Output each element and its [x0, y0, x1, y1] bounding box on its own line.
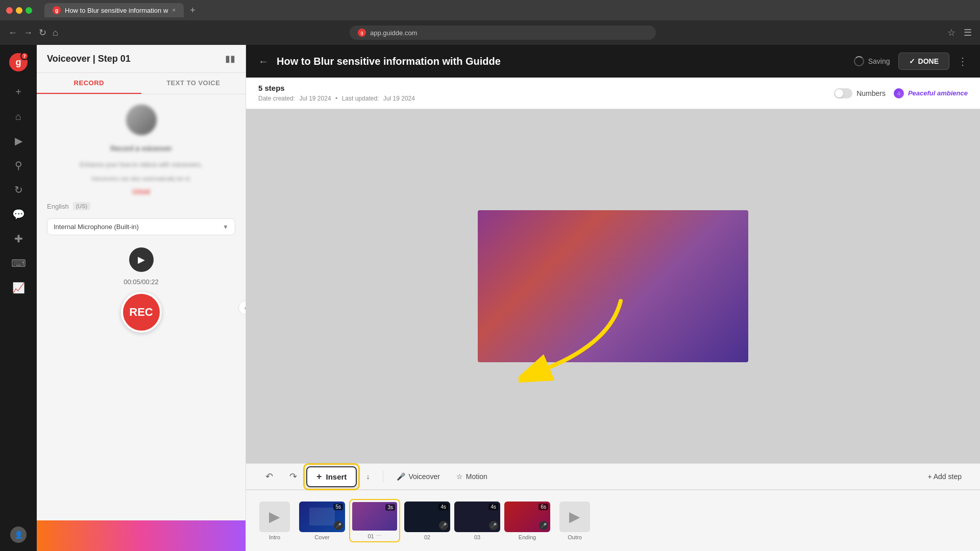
record-area: ▶ 00:05/00:22 REC — [47, 243, 235, 333]
reload-btn[interactable]: ↻ — [39, 27, 46, 38]
home-btn[interactable]: ⌂ — [53, 28, 58, 38]
sidebar-refresh-icon[interactable]: ↻ — [8, 180, 29, 200]
timeline-item-intro[interactable]: ▶ Intro — [254, 502, 295, 540]
language-label: English — [47, 203, 69, 210]
extensions-icon[interactable]: ☰ — [964, 27, 972, 38]
tab-close-btn[interactable]: × — [172, 7, 176, 14]
motion-button[interactable]: ☆ Motion — [449, 469, 495, 484]
tab-text-to-voice[interactable]: TEXT TO VOICE — [141, 73, 246, 94]
voiceover-main-text: Record a voiceover — [110, 143, 172, 154]
language-badge: (US) — [73, 202, 91, 210]
ambience-button[interactable]: ♫ Peaceful ambience — [894, 88, 968, 98]
sidebar-tools-icon[interactable]: ✚ — [8, 229, 29, 249]
done-button[interactable]: ✓ DONE — [898, 53, 949, 70]
notification-badge: 7 — [20, 52, 29, 60]
sidebar-chat-icon[interactable]: ⚲ — [8, 155, 29, 176]
play-button[interactable]: ▶ — [129, 247, 154, 272]
tab-title: How to Blur sensitive information w — [65, 7, 168, 14]
voiceover-link[interactable]: Upload — [132, 188, 150, 194]
panel-tabs: RECORD TEXT TO VOICE — [37, 73, 246, 94]
active-tab[interactable]: g How to Blur sensitive information w × — [44, 3, 184, 17]
maximize-traffic-light[interactable] — [26, 7, 32, 14]
download-button[interactable]: ↓ — [359, 469, 377, 484]
cover-mic-icon: 🎤 — [334, 521, 343, 530]
panel-content: ‹ Record a voiceover Enhance your how-to… — [37, 94, 246, 520]
mic-select-dropdown[interactable]: Internal Microphone (Built-in) ▼ — [47, 218, 235, 235]
address-bar[interactable]: g app.guidde.com — [350, 26, 656, 40]
voiceover-button[interactable]: 🎤 Voiceover — [389, 469, 447, 484]
user-avatar[interactable]: 👤 — [10, 527, 27, 543]
tab-record[interactable]: RECORD — [37, 73, 141, 94]
done-label: DONE — [918, 57, 939, 65]
panel-collapse-btn[interactable]: ‹ — [238, 300, 246, 315]
address-url: app.guidde.com — [370, 29, 418, 37]
timeline-item-step02[interactable]: 4s 🎤 02 — [404, 502, 450, 540]
tab-favicon: g — [53, 6, 61, 14]
ambience-label: Peaceful ambience — [908, 89, 968, 97]
sidebar-analytics-icon[interactable]: 📈 — [8, 278, 29, 298]
traffic-lights — [6, 7, 32, 14]
new-tab-btn[interactable]: + — [190, 5, 195, 16]
step02-duration: 4s — [438, 504, 448, 510]
ending-mic-icon: 🎤 — [539, 521, 548, 530]
tab-bar: g How to Blur sensitive information w × … — [44, 3, 974, 17]
add-step-button[interactable]: + Add step — [921, 469, 968, 484]
bookmark-icon[interactable]: ☆ — [947, 27, 955, 38]
sidebar-add-icon[interactable]: + — [8, 82, 29, 102]
redo-button[interactable]: ↷ — [282, 468, 304, 485]
voiceover-avatar — [126, 105, 157, 135]
caption-icon[interactable]: ▮▮ — [225, 53, 235, 64]
step02-num: 02 — [424, 534, 430, 540]
sidebar-puzzle-icon[interactable]: ⌨ — [8, 253, 29, 273]
browser-titlebar: g How to Blur sensitive information w × … — [0, 0, 980, 20]
content-area: 5 steps Date created: Jul 19 2024 • Last… — [246, 78, 980, 551]
app-logo[interactable]: g 7 — [9, 53, 28, 71]
star-icon: ☆ — [456, 472, 463, 481]
timeline: ▶ Intro 5s 🎤 Cover — [246, 490, 980, 551]
timeline-item-cover[interactable]: 5s 🎤 Cover — [299, 502, 345, 540]
close-traffic-light[interactable] — [6, 7, 13, 14]
main-content: ← How to Blur sensitive information with… — [246, 45, 980, 551]
ambience-icon: ♫ — [894, 88, 904, 98]
undo-button[interactable]: ↶ — [258, 468, 280, 485]
voiceover-sub-text: Enhance your how-to videos with voiceove… — [80, 160, 202, 169]
more-options-btn[interactable]: ⋮ — [958, 55, 968, 67]
step01-menu-icon[interactable]: ⋯ — [376, 533, 382, 539]
toolbar: ↶ ↷ + Insert ↓ 🎤 Voiceover ☆ — [246, 463, 980, 490]
forward-nav-btn[interactable]: → — [23, 28, 33, 38]
insert-button[interactable]: + Insert — [306, 466, 357, 487]
project-title: How to Blur sensitive information with G… — [277, 56, 846, 67]
rec-button[interactable]: REC — [121, 292, 162, 333]
voiceover-blurred-section: Record a voiceover Enhance your how-to v… — [47, 105, 235, 194]
mic-select-arrow-icon: ▼ — [223, 223, 229, 231]
step03-thumb: 4s 🎤 — [454, 502, 500, 532]
language-row: English (US) — [47, 202, 235, 210]
timeline-item-step01[interactable]: 3s 01 ⋯ — [349, 499, 400, 542]
sidebar-video-icon[interactable]: ▶ — [8, 131, 29, 151]
steps-info: 5 steps Date created: Jul 19 2024 • Last… — [258, 84, 415, 103]
timeline-item-step03[interactable]: 4s 🎤 03 — [454, 502, 500, 540]
sidebar-home-icon[interactable]: ⌂ — [8, 106, 29, 127]
numbers-toggle-switch[interactable] — [834, 88, 852, 98]
step03-num: 03 — [474, 534, 480, 540]
steps-dates: Date created: Jul 19 2024 • Last updated… — [258, 93, 415, 103]
intro-add-icon: ▶ — [269, 508, 280, 525]
step02-mic-icon: 🎤 — [439, 521, 448, 530]
toolbar-separator — [383, 470, 383, 483]
minimize-traffic-light[interactable] — [16, 7, 22, 14]
step03-duration: 4s — [488, 504, 498, 510]
browser-chrome: g How to Blur sensitive information w × … — [0, 0, 980, 45]
back-nav-btn[interactable]: ← — [8, 28, 17, 38]
microphone-icon: 🎤 — [397, 472, 405, 481]
timeline-item-ending[interactable]: 6s 🎤 Ending — [504, 502, 550, 540]
back-button[interactable]: ← — [258, 56, 268, 67]
outro-box: ▶ — [559, 502, 590, 532]
panel-header: Voiceover | Step 01 ▮▮ — [37, 45, 246, 73]
intro-box: ▶ — [259, 502, 290, 532]
last-updated-label: Last updated: — [342, 95, 379, 102]
date-created-label: Date created: — [258, 95, 295, 102]
timeline-item-outro[interactable]: ▶ Outro — [554, 502, 595, 540]
mic-select-text: Internal Microphone (Built-in) — [54, 223, 223, 231]
panel-gradient-footer — [37, 520, 246, 551]
sidebar-feedback-icon[interactable]: 💬 — [8, 204, 29, 224]
